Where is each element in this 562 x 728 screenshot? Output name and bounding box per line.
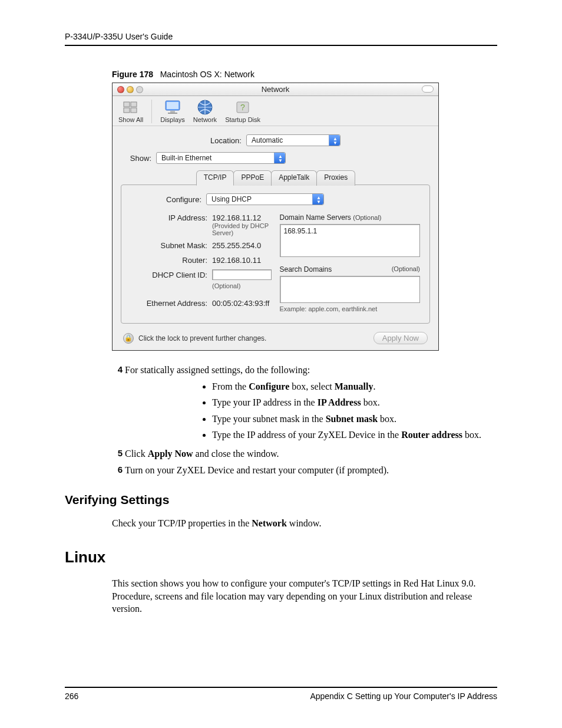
configure-value: Using DHCP <box>211 195 252 203</box>
dhcp-client-id-input[interactable] <box>212 269 272 280</box>
dns-optional-label: (Optional) <box>353 214 381 221</box>
toolbar-network[interactable]: Network <box>193 98 217 123</box>
tab-proxies[interactable]: Proxies <box>316 170 355 186</box>
location-select[interactable]: Automatic ▲▼ <box>246 134 340 146</box>
dns-servers-label: Domain Name Servers <box>280 213 351 222</box>
ip-address-value: 192.168.11.12 <box>212 213 272 222</box>
network-icon <box>195 98 215 116</box>
step-5: 5 Click Apply Now and close the window. <box>112 447 497 460</box>
titlebar: Network <box>113 83 438 96</box>
location-label: Location: <box>210 136 242 145</box>
lock-control[interactable]: 🔒 Click the lock to prevent further chan… <box>123 333 266 344</box>
router-value: 192.168.10.11 <box>212 256 272 265</box>
ip-provided-label: (Provided by DHCP Server) <box>212 222 272 236</box>
chevron-updown-icon: ▲▼ <box>333 137 338 145</box>
lock-text: Click the lock to prevent further change… <box>138 334 266 342</box>
chevron-updown-icon: ▲▼ <box>278 154 283 163</box>
svg-rect-2 <box>124 108 130 113</box>
toolbar-displays[interactable]: Displays <box>160 98 185 123</box>
toolbar-show-all[interactable]: Show All <box>118 98 143 123</box>
lock-icon: 🔒 <box>123 333 134 344</box>
subnet-mask-value: 255.255.254.0 <box>212 241 272 250</box>
router-label: Router: <box>131 256 207 265</box>
ethernet-address-value: 00:05:02:43:93:ff <box>212 299 272 308</box>
show-label: Show: <box>124 154 151 163</box>
running-header: P-334U/P-335U User's Guide <box>65 32 497 46</box>
figure-number: Figure 178 <box>112 70 153 79</box>
bullet-4: Type the IP address of your ZyXEL Device… <box>212 429 497 442</box>
bullet-2: Type your IP address in the IP Address b… <box>212 396 497 409</box>
figure-title: Macintosh OS X: Network <box>160 70 254 79</box>
toolbar-toggle-icon[interactable] <box>422 85 434 93</box>
toolbar: Show All Displays Network ? Startup Disk <box>113 96 438 126</box>
svg-text:?: ? <box>240 103 245 112</box>
toolbar-startup-label: Startup Disk <box>225 116 260 123</box>
toolbar-network-label: Network <box>193 116 217 123</box>
dns-value: 168.95.1.1 <box>284 227 318 235</box>
svg-rect-1 <box>131 102 137 107</box>
dhcp-client-id-label: DHCP Client ID: <box>131 271 207 279</box>
verifying-text: Check your TCP/IP properties in the Netw… <box>112 517 497 530</box>
toolbar-divider <box>151 100 152 123</box>
ip-address-label: IP Address: <box>131 213 207 222</box>
bullet-3: Type your subnet mask in the Subnet mask… <box>212 413 497 426</box>
dhcp-optional-label: (Optional) <box>212 282 272 289</box>
location-value: Automatic <box>252 136 283 144</box>
svg-rect-6 <box>170 111 175 113</box>
bullet-1: From the Configure box, select Manually. <box>212 380 497 393</box>
svg-rect-3 <box>131 108 137 113</box>
search-domains-example: Example: apple.com, earthlink.net <box>280 305 421 312</box>
verifying-heading: Verifying Settings <box>65 492 497 508</box>
displays-icon <box>163 98 183 116</box>
step-6: 6 Turn on your ZyXEL Device and restart … <box>112 464 497 477</box>
tab-pppoe[interactable]: PPPoE <box>233 170 272 186</box>
window-title: Network <box>113 85 438 94</box>
search-domains-optional-label: (Optional) <box>392 265 420 274</box>
show-all-icon <box>121 98 141 116</box>
linux-heading: Linux <box>65 547 497 568</box>
svg-rect-5 <box>167 102 178 109</box>
svg-rect-7 <box>168 113 177 114</box>
search-domains-label: Search Domains <box>280 265 332 274</box>
linux-paragraph: This section shows you how to configure … <box>112 577 497 615</box>
subnet-mask-label: Subnet Mask: <box>131 241 207 250</box>
configure-label: Configure: <box>131 195 201 204</box>
search-domains-input[interactable] <box>280 276 421 303</box>
startup-disk-icon: ? <box>233 98 253 116</box>
toolbar-show-all-label: Show All <box>118 116 143 123</box>
footer-text: Appendix C Setting up Your Computer's IP… <box>310 691 497 701</box>
apply-now-button[interactable]: Apply Now <box>373 332 428 344</box>
configure-select[interactable]: Using DHCP ▲▼ <box>206 193 324 205</box>
ethernet-address-label: Ethernet Address: <box>131 299 207 308</box>
step-4: 4 For statically assigned settings, do t… <box>112 364 497 377</box>
network-window: Network Show All Displays Net <box>112 83 439 351</box>
chevron-updown-icon: ▲▼ <box>316 196 321 204</box>
toolbar-displays-label: Displays <box>160 116 185 123</box>
tab-appletalk[interactable]: AppleTalk <box>271 170 317 186</box>
toolbar-startup-disk[interactable]: ? Startup Disk <box>225 98 260 123</box>
dns-servers-input[interactable]: 168.95.1.1 <box>280 224 421 257</box>
tab-tcpip[interactable]: TCP/IP <box>196 170 234 186</box>
page-number: 266 <box>65 691 78 701</box>
figure-caption: Figure 178 Macintosh OS X: Network <box>112 70 497 79</box>
show-select[interactable]: Built-in Ethernet ▲▼ <box>156 152 286 164</box>
show-value: Built-in Ethernet <box>161 154 211 162</box>
svg-rect-0 <box>124 102 130 107</box>
